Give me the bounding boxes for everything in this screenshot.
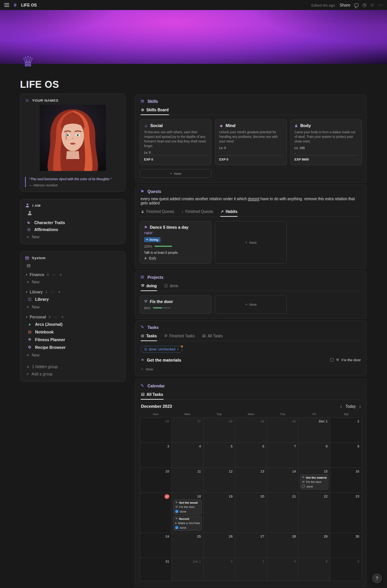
cover-image[interactable] [0,10,387,64]
calendar-date[interactable]: 9 [332,444,360,449]
comments-icon[interactable] [354,3,359,7]
calendar-cell[interactable]: 20 [235,493,267,533]
sidebar-page-arcs-journal[interactable]: ▲ Arcs (Journal) [25,320,121,328]
calendar-cell[interactable]: 6 [330,558,362,581]
calendar-cell[interactable]: 6 [235,443,267,468]
checked-checkbox-icon[interactable]: ✓ [175,526,178,529]
tab-finished-quests-2[interactable]: ↓ Finished Quests [181,209,213,216]
calendar-date[interactable]: 8 [300,444,328,449]
calendar-date[interactable]: 11 [173,469,202,474]
page-character-traits[interactable]: ☯ Character Traits [25,219,121,226]
calendar-cell[interactable]: 30 [267,418,298,443]
toggle-icon[interactable]: ▾ [26,315,27,319]
project-card-fix-the-door[interactable]: ⚒ Fix the door 50% [140,295,211,314]
calendar-date[interactable]: 31 [141,559,170,564]
calendar-event[interactable]: ✳Get the wood⚒Fix the door✓done [173,499,201,515]
skill-card-mind[interactable]: ☻ Mind Unlock your mind's greatest poten… [215,119,286,165]
calendar-date[interactable]: 10 [141,469,170,474]
calendar-cell[interactable]: 2 [330,418,362,443]
calendar-cell[interactable]: 8 [298,443,330,468]
tab-skills-board[interactable]: ⚙ Skills Board [141,107,169,115]
share-button[interactable]: Share [340,3,350,7]
skill-card-body[interactable]: ♟ Body Carve your body to form a statue … [290,119,362,165]
more-icon[interactable]: ⋯ [52,273,56,277]
calendar-cell[interactable]: 17 [140,493,172,533]
calendar-date[interactable]: 22 [300,494,328,499]
today-button[interactable]: Today [345,404,356,409]
calendar-cell[interactable]: 16 [330,468,362,493]
calendar-date[interactable]: 3 [141,444,170,449]
calendar-cell[interactable]: 4 [172,443,203,468]
calendar-date[interactable]: 28 [268,534,297,539]
calendar-cell[interactable]: 24 [140,533,172,558]
calendar-cell[interactable]: 5 [298,558,330,581]
calendar-event[interactable]: ✳Record▸Make a YouTube Video✓done [173,516,201,531]
portrait-image[interactable] [40,105,106,171]
group-name[interactable]: Finance [30,273,44,277]
add-group-button[interactable]: + Add a group [25,370,121,377]
calendar-date[interactable]: 21 [268,494,297,499]
calendar-date[interactable]: 27 [173,419,202,424]
more-options-icon[interactable]: ⋯ [378,3,383,7]
prev-month-icon[interactable]: ‹ [340,404,342,409]
calendar-date[interactable]: 3 [236,559,265,564]
sidebar-page-recipe-browser[interactable]: ✿ Recipe Browser [25,343,121,351]
calendar-date[interactable]: 16 [332,469,360,474]
sidebar-page-fitness-planner[interactable]: ❄ Fitness Planner [25,336,121,343]
calendar-date[interactable]: 7 [268,444,297,449]
calendar-cell[interactable]: 3 [235,558,267,581]
calendar-cell[interactable]: 19 [204,493,235,533]
calendar-cell[interactable]: 26 [140,418,172,443]
sidebar-page-notebook[interactable]: ▤ Notebook [25,328,121,336]
calendar-date[interactable]: Dec 1 [300,419,328,424]
calendar-date[interactable]: 2 [332,419,360,424]
add-page-icon[interactable]: + [61,315,64,319]
toggle-icon[interactable]: ▾ [26,290,27,294]
help-button[interactable]: ? [372,573,382,583]
calendar-cell[interactable]: 5 [204,443,235,468]
group-name[interactable]: Personal [30,315,46,319]
task-get-the-materials[interactable]: ✳ Get the materials [141,358,181,362]
calendar-date[interactable]: 12 [205,469,234,474]
calendar-date[interactable]: 23 [332,494,360,499]
page-icon-crown[interactable]: ♛ [22,55,34,69]
calendar-cell[interactable]: 3 [140,443,172,468]
calendar-date[interactable]: 28 [205,419,234,424]
calendar-cell[interactable]: 13 [235,468,267,493]
calendar-date[interactable]: 5 [300,559,328,564]
calendar-date[interactable]: 5 [205,444,234,449]
favorite-star-icon[interactable]: ☆ [370,3,374,7]
calendar-cell[interactable]: Dec 1 [298,418,330,443]
calendar-cell[interactable]: Jan 1 [172,558,203,581]
calendar-date[interactable]: 6 [332,559,360,564]
calendar-cell[interactable]: 12 [204,468,235,493]
hidden-group-toggle[interactable]: ∨ 1 hidden group [25,362,121,370]
calendar-cell[interactable]: 10 [140,468,172,493]
calendar-date[interactable]: 26 [205,534,234,539]
calendar-date[interactable]: 14 [268,469,297,474]
calendar-cell[interactable]: 31 [140,558,172,581]
calendar-cell[interactable]: 23 [330,493,362,533]
history-icon[interactable]: ◷ [362,3,366,7]
quest-card-dance[interactable]: ⚑ Dance 5 times a day Habit! Doing 100% [140,221,211,264]
calendar-event[interactable]: ✳Get the materials⚒Fix the doordone [300,474,328,490]
calendar-cell[interactable]: 29 [235,418,267,443]
new-page-button[interactable]: + New [25,233,121,240]
new-quest-card[interactable]: + New [215,221,286,264]
calendar-date[interactable]: 15 [300,469,328,474]
calendar-date[interactable]: 24 [141,534,170,539]
calendar-cell[interactable]: 11 [172,468,203,493]
tab-habits[interactable]: ↗ Habits [220,209,238,216]
calendar-cell[interactable]: 4 [267,558,298,581]
side-task-fix-the-door[interactable]: ⚒ Fix the door [330,358,361,362]
status-badge-doing[interactable]: Doing [144,237,161,242]
calendar-date-today[interactable]: 17 [141,494,170,499]
quest-relation-body[interactable]: ♟ Body [144,256,207,260]
calendar-date[interactable]: Jan 1 [173,559,202,564]
tab-finished-quests[interactable]: ♟ Finished Quests [141,209,174,216]
sidebar-page-library[interactable]: ◫ Library [25,295,121,303]
tab-tasks[interactable]: ◎ Tasks [141,333,157,341]
unchecked-checkbox-icon[interactable] [302,485,305,488]
more-icon[interactable]: ⋯ [51,290,55,294]
calendar-date[interactable]: 4 [173,444,202,449]
